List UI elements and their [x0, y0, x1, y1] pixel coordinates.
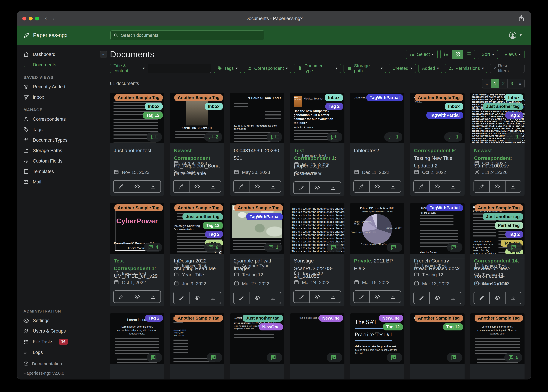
comment-count-badge[interactable]: 4 [144, 243, 162, 252]
tag-pill[interactable]: Tag 2 [145, 315, 163, 322]
view-button[interactable] [429, 181, 445, 192]
pagination-next[interactable]: » [516, 79, 524, 88]
document-thumbnail[interactable]: CyberPowerPowerPanel® Business EditionUs… [110, 203, 164, 254]
sort-button[interactable]: Sort▾ [478, 49, 498, 59]
comment-count-badge[interactable] [327, 243, 342, 252]
tag-pill[interactable]: Inbox [205, 103, 223, 110]
tag-pill[interactable]: Inbox [145, 103, 163, 110]
document-thumbnail[interactable]: This is a test Another Sample TagTag 12 [410, 313, 464, 364]
document-thumbnail[interactable]: Review of Arbitral AwardsBy Tim McCarthy… [470, 203, 525, 254]
document-card[interactable]: InDesign Scripting Documentation Another… [170, 203, 224, 306]
tag-pill[interactable]: NewOne [319, 315, 343, 322]
comment-count-badge[interactable] [447, 353, 462, 362]
sidebar-item-users-groups[interactable]: Users & Groups [17, 326, 103, 336]
view-button[interactable] [249, 292, 265, 304]
title-content-select[interactable]: Title & content▾ [110, 64, 148, 73]
comment-count-badge[interactable]: 1 [384, 132, 402, 142]
storage-path-filter-button[interactable]: Storage path▾ [344, 64, 386, 73]
reset-filters-button[interactable]: × Reset filters [490, 64, 525, 73]
document-title[interactable]: 0004814539_20230531 [234, 147, 281, 162]
comment-count-badge[interactable]: 2 [204, 132, 222, 142]
download-button[interactable] [505, 292, 521, 304]
comment-count-badge[interactable] [267, 132, 282, 142]
correspondent-filter-button[interactable]: Correspondent▾ [244, 64, 291, 73]
download-button[interactable] [445, 292, 461, 304]
document-card[interactable]: Boundary Waters Trip Another Sample TagT… [230, 203, 284, 306]
sidebar-collapse-button[interactable]: « [100, 51, 107, 58]
download-button[interactable] [205, 292, 220, 304]
tag-pill[interactable]: Another Sample Tag [415, 94, 463, 101]
document-title[interactable]: tablerates2 [354, 147, 401, 154]
document-card[interactable]: This is a test Another Sample TagTag 12 [410, 313, 464, 379]
document-card[interactable]: Patient BP Distribution 2011Isolated Sys… [350, 203, 404, 306]
edit-button[interactable] [414, 292, 429, 304]
sidebar-item-dashboard[interactable]: Dashboard [17, 49, 103, 60]
comment-count-badge[interactable]: 1 [264, 243, 282, 252]
sidebar-item-storage-paths[interactable]: Storage Paths [17, 145, 103, 156]
view-button[interactable] [129, 291, 145, 302]
document-card[interactable]: one,1.0five,5.0 Another Sample TagInboxT… [410, 93, 464, 196]
sidebar-item-recently-added[interactable]: Recently Added [17, 82, 103, 92]
tag-pill[interactable]: Just another tag [182, 213, 223, 220]
tag-pill[interactable]: Just another tag [243, 315, 283, 322]
download-button[interactable] [505, 181, 521, 192]
document-card[interactable]: Country,Region/State, TagWithPartial 1 t… [350, 93, 404, 196]
sidebar-item-documents[interactable]: Documents [17, 60, 103, 70]
sidebar-item-mail[interactable]: Mail [17, 177, 103, 187]
edit-button[interactable] [474, 181, 489, 192]
tag-pill[interactable]: Partial Tag [495, 222, 523, 229]
created-filter-button[interactable]: Created▾ [389, 64, 416, 73]
view-button[interactable] [489, 181, 505, 192]
comment-count-badge[interactable] [447, 243, 462, 252]
tag-pill[interactable]: Another Sample Tag [415, 315, 463, 322]
search-input[interactable] [121, 33, 261, 38]
detail-view-button[interactable] [463, 50, 475, 59]
tag-pill[interactable]: Another Sample Tag [174, 94, 223, 101]
tag-pill[interactable]: Another Sample Tag [115, 204, 163, 211]
comment-count-badge[interactable] [147, 132, 162, 142]
grid-view-button[interactable] [452, 50, 463, 59]
document-card[interactable]: Lorem ipsumLorem ipsum dolor sit amet, c… [470, 313, 525, 379]
edit-button[interactable] [354, 291, 369, 302]
view-button[interactable] [309, 291, 325, 302]
view-button[interactable] [429, 292, 445, 304]
document-thumbnail[interactable]: Lorem ipsumLorem ipsum dolor sit amet, c… [110, 313, 164, 364]
edit-button[interactable] [234, 292, 249, 304]
pagination-page-2[interactable]: 2 [499, 79, 507, 88]
view-button[interactable] [309, 182, 325, 193]
comment-count-badge[interactable] [387, 353, 402, 362]
document-card[interactable]: Review of Arbitral AwardsBy Tim McCarthy… [470, 203, 525, 306]
title-content-input[interactable] [148, 64, 211, 73]
document-thumbnail[interactable]: French Country BreadFor the LeavenMake t… [410, 203, 464, 254]
view-button[interactable] [369, 291, 385, 302]
share-icon[interactable] [518, 15, 525, 22]
comment-count-badge[interactable] [207, 353, 222, 362]
tag-pill[interactable]: Tag 12 [143, 112, 163, 119]
download-button[interactable] [325, 291, 340, 302]
tag-pill[interactable]: Another Sample Tag [234, 204, 283, 211]
tag-pill[interactable]: TagWithPartial [246, 213, 283, 220]
sidebar-item-correspondents[interactable]: Correspondents [17, 114, 103, 125]
tag-pill[interactable]: Another Sample Tag [475, 204, 523, 211]
pagination-page-3[interactable]: 3 [507, 79, 516, 88]
tag-pill[interactable]: Tag 2 [505, 231, 523, 238]
permissions-filter-button[interactable]: Permissions▾ [445, 64, 487, 73]
document-card[interactable]: French Country BreadFor the LeavenMake t… [410, 203, 464, 306]
tag-pill[interactable]: Inbox [505, 94, 523, 101]
added-filter-button[interactable]: Added▾ [418, 64, 443, 73]
document-thumbnail[interactable]: MEDICAL TEACHERMedical TeacherHas the ne… [290, 93, 344, 143]
document-thumbnail[interactable]: Adobe Acrobat PDF FilesCupcake ipsum Ano… [110, 93, 164, 143]
view-button[interactable] [189, 181, 205, 192]
document-card[interactable]: This is a test for the double space char… [290, 203, 344, 306]
pagination-prev[interactable]: « [482, 79, 491, 88]
tag-pill[interactable]: Tag 12 [443, 323, 463, 330]
comment-count-badge[interactable] [327, 353, 342, 362]
comment-count-badge[interactable]: 1 [444, 132, 462, 142]
edit-button[interactable] [234, 181, 249, 192]
download-button[interactable] [385, 181, 401, 192]
tag-pill[interactable]: Another Sample Tag [475, 315, 523, 322]
document-card[interactable]: CyberPowerPowerPanel® Business EditionUs… [110, 203, 164, 306]
sidebar-item-custom-fields[interactable]: Custom Fields [17, 156, 103, 166]
document-card[interactable]: Test NameJanuary 2, 2022July 14, 1984Apr… [170, 313, 224, 379]
document-card[interactable]: Adobe Acrobat PDF FilesCupcake ipsum Ano… [110, 93, 164, 196]
